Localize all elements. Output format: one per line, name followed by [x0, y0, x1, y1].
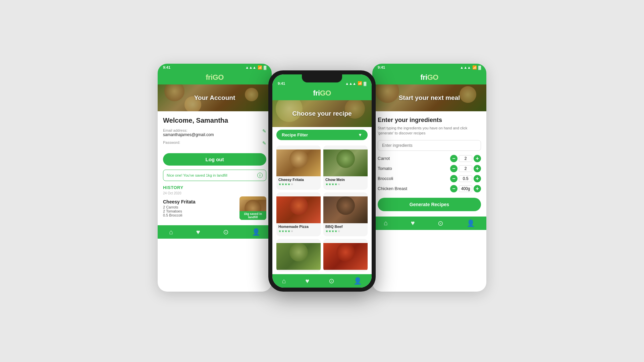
phone-notch [302, 74, 342, 82]
recipe-name-bbq-beef: BBQ Beef [325, 225, 366, 229]
email-edit-icon[interactable]: ✎ [262, 128, 266, 134]
signal-icon: ▲▲▲ [245, 65, 256, 69]
center-logo: friGO [272, 89, 372, 98]
right-app-header: friGO [372, 71, 486, 84]
recipe-name-cheesy-fritata: Cheesy Fritata [278, 178, 319, 182]
broccoli-minus-button[interactable]: − [450, 175, 458, 182]
left-logo-go: GO [213, 73, 224, 81]
email-field-group: Email address: samanthajames@gmail.com [163, 128, 214, 137]
phone-right: 9:41 ▲▲▲ 📶 ▓ friGO Start your next meal … [372, 64, 486, 292]
left-status-bar: 9:41 ▲▲▲ 📶 ▓ [158, 64, 272, 71]
right-hero: Start your next meal [372, 84, 486, 111]
right-signal-icon: ▲▲▲ [460, 65, 471, 69]
broccoli-qty-control: − + [450, 175, 481, 182]
center-heart-icon[interactable]: ♥ [305, 277, 309, 285]
center-hero: Choose your recipe [272, 100, 372, 127]
recipe-card-bbq-beef[interactable]: BBQ Beef ★★★★★ [323, 192, 368, 237]
broccoli-plus-button[interactable]: + [474, 175, 481, 182]
carrot-plus-button[interactable]: + [474, 155, 481, 162]
chicken-qty-input[interactable] [459, 185, 472, 192]
carrot-minus-button[interactable]: − [450, 155, 458, 162]
left-bottom-nav: ⌂ ♥ ⊙ 👤 [158, 225, 272, 239]
tomato-plus-button[interactable]: + [474, 165, 481, 172]
right-bottom-nav: ⌂ ♥ ⊙ 👤 [372, 217, 486, 230]
recipe-card-chow-mein[interactable]: Chow Mein ★★★★★ [323, 145, 368, 190]
scene: 9:41 ▲▲▲ 📶 ▓ friGO Your Account Welcome,… [158, 50, 486, 312]
landfill-text: Nice one! You've saved 1kg in landfill [167, 173, 227, 177]
right-search-icon[interactable]: ⊙ [438, 219, 443, 227]
recipe-filter-button[interactable]: Recipe Filter ▼ [276, 130, 368, 140]
recipe-card-bottom-2[interactable] [323, 239, 368, 272]
ingredients-input[interactable] [378, 140, 481, 151]
right-battery-icon: ▓ [478, 65, 481, 69]
center-app-header: friGO [272, 87, 372, 100]
right-user-icon[interactable]: 👤 [467, 219, 475, 227]
left-time: 9:41 [163, 65, 170, 69]
recipe-img-cheesy-fritata [276, 149, 321, 176]
left-logo-fri: fri [206, 73, 213, 81]
filter-bar: Recipe Filter ▼ [272, 127, 372, 143]
center-hero-text: Choose your recipe [292, 110, 352, 117]
left-home-icon[interactable]: ⌂ [169, 228, 173, 236]
phone-left: 9:41 ▲▲▲ 📶 ▓ friGO Your Account Welcome,… [158, 64, 272, 292]
left-hero-text: Your Account [194, 94, 235, 102]
center-time: 9:41 [278, 81, 285, 85]
email-value: samanthajames@gmail.com [163, 132, 214, 137]
password-edit-icon[interactable]: ✎ [262, 140, 266, 146]
recipe-name-chow-mein: Chow Mein [325, 178, 366, 182]
recipe-stars-cheesy-fritata: ★★★★★ [278, 182, 319, 186]
email-label: Email address: [163, 128, 214, 132]
generate-recipes-button[interactable]: Generate Recipes [378, 198, 481, 211]
phone-center: 9:41 ▲▲▲ 📶 ▓ friGO Choose your recipe [268, 70, 376, 292]
right-status-bar: 9:41 ▲▲▲ 📶 ▓ [372, 64, 486, 71]
filter-chevron-icon: ▼ [358, 132, 362, 137]
history-detail-2: 2 Tomatoes [163, 209, 236, 213]
chicken-plus-button[interactable]: + [474, 185, 481, 192]
history-date: 24 Oct 2020 [163, 191, 266, 195]
carrot-qty-input[interactable] [459, 155, 472, 162]
filter-label: Recipe Filter [282, 132, 308, 137]
history-detail-1: 2 Carrots [163, 205, 236, 209]
left-logo: friGO [158, 73, 272, 82]
left-app-header: friGO [158, 71, 272, 84]
recipe-card-bottom-1[interactable] [276, 239, 321, 272]
recipe-info-homemade-pizza: Homemade Pizza ★★★★★ [276, 223, 321, 235]
recipe-info-chow-mein: Chow Mein ★★★★★ [323, 176, 368, 188]
recipe-stars-homemade-pizza: ★★★★★ [278, 229, 319, 233]
center-home-icon[interactable]: ⌂ [282, 277, 286, 285]
food-deco-2 [245, 88, 258, 101]
left-heart-icon[interactable]: ♥ [196, 228, 200, 236]
recipe-card-homemade-pizza[interactable]: Homemade Pizza ★★★★★ [276, 192, 321, 237]
history-label: HISTORY [163, 185, 266, 190]
logout-button[interactable]: Log out [163, 153, 266, 166]
center-user-icon[interactable]: 👤 [354, 277, 362, 285]
recipe-img-bottom-1 [276, 243, 321, 270]
password-field-group: Password: [163, 140, 180, 144]
left-search-icon[interactable]: ⊙ [223, 228, 229, 236]
right-heart-icon[interactable]: ♥ [411, 219, 415, 227]
history-title: Cheesy Fritata [163, 199, 236, 204]
recipe-stars-bbq-beef: ★★★★★ [325, 229, 366, 233]
chicken-qty-control: − + [450, 185, 481, 192]
left-content: Welcome, Samantha Email address: samanth… [158, 111, 272, 225]
center-search-icon[interactable]: ⊙ [329, 277, 334, 285]
chicken-breast-label: Chicken Breast [378, 186, 450, 191]
left-user-icon[interactable]: 👤 [252, 228, 260, 236]
recipe-img-bottom-2 [323, 243, 368, 270]
ingredients-subtitle: Start typing the ingredients you have on… [378, 126, 481, 136]
recipe-card-cheesy-fritata[interactable]: Cheesy Fritata ★★★★★ [276, 145, 321, 190]
right-home-icon[interactable]: ⌂ [384, 219, 388, 227]
center-battery-icon: ▓ [364, 81, 366, 85]
ingredient-row-tomato: Tomato − + [378, 165, 481, 172]
saved-badge: 1kg saved in landfill [239, 211, 266, 220]
carrot-label: Carrot [378, 156, 450, 161]
landfill-notice: Nice one! You've saved 1kg in landfill i [163, 170, 266, 181]
right-hero-text: Start your next meal [399, 94, 460, 102]
chicken-minus-button[interactable]: − [450, 185, 458, 192]
broccoli-qty-input[interactable] [459, 175, 472, 182]
welcome-text: Welcome, Samantha [163, 117, 266, 124]
tomato-qty-input[interactable] [459, 165, 472, 172]
recipe-img-homemade-pizza [276, 196, 321, 223]
tomato-minus-button[interactable]: − [450, 165, 458, 172]
info-icon[interactable]: i [257, 173, 263, 178]
